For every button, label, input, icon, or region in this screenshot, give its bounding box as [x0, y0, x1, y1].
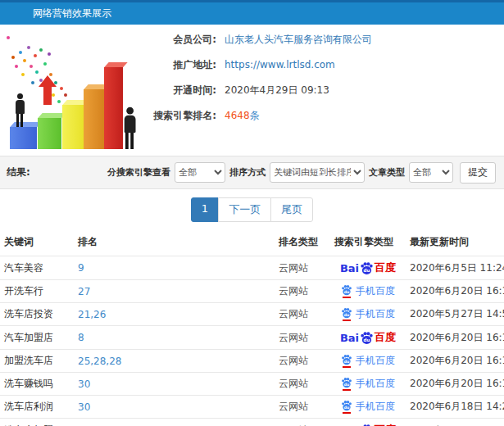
member-company-row: 会员公司: 山东老人头汽车服务咨询有限公司	[141, 33, 504, 47]
page: 网络营销效果展示 会员公司: 山东老人头汽车服务	[0, 0, 504, 426]
keyword-cell: 洗车赚钱吗	[0, 373, 74, 396]
engine-cell: Bai du 百度	[330, 396, 406, 419]
rank-count: 4648	[225, 110, 250, 121]
baidu-paw-icon: du	[360, 261, 374, 275]
article-type-select[interactable]: 全部	[409, 162, 453, 183]
company-info-list: 会员公司: 山东老人头汽车服务咨询有限公司 推广地址: https://www.…	[141, 25, 504, 156]
keyword-cell: 洗车店加盟	[0, 419, 74, 426]
baidu-logo[interactable]: Bai du 百度	[340, 423, 396, 426]
rank-cell[interactable]: 30	[74, 373, 275, 396]
update-time-cell: 2020年5月27日 14:58	[406, 303, 504, 326]
update-time-cell: 2020年6月18日 14:30	[406, 419, 504, 426]
businessman-right	[121, 107, 138, 149]
member-company-link[interactable]: 山东老人头汽车服务咨询有限公司	[225, 33, 372, 47]
header-rank-type: 排名类型	[275, 229, 330, 256]
table-row: 汽车加盟店 8 云网站 Bai du 百度	[0, 326, 504, 350]
submit-button[interactable]: 提交	[460, 162, 496, 184]
engine-rank-value: 4648条	[225, 109, 260, 123]
rank-unit: 条	[250, 110, 260, 121]
baidu-paw-icon: du	[360, 424, 374, 426]
rank-cell[interactable]: 27	[74, 280, 275, 303]
rank-type-cell: 云网站	[275, 326, 330, 350]
header-engine-type: 搜索引擎类型	[330, 229, 406, 256]
page-title: 网络营销效果展示	[33, 7, 111, 19]
bar-blue	[10, 127, 37, 149]
table-row: 加盟洗车店 25,28,28 云网站 Bai du 百度	[0, 350, 504, 373]
rank-cell[interactable]: 3	[74, 419, 275, 426]
update-time-cell: 2020年6月18日 14:27	[406, 396, 504, 419]
rank-type-cell: 云网站	[275, 280, 330, 303]
next-page-button[interactable]: 下一页	[218, 197, 271, 222]
mobile-baidu-paw-icon: du	[341, 400, 352, 414]
engine-cell: Bai du 百度	[330, 303, 406, 326]
rank-type-cell: 云网站	[275, 396, 330, 419]
member-company-label: 会员公司:	[141, 33, 216, 47]
keyword-rank-table: 关键词 排名 排名类型 搜索引擎类型 最新更新时间 汽车美容 9 云网站 Bai	[0, 229, 504, 426]
promo-url-link[interactable]: https://www.lrtlsd.com	[225, 59, 335, 70]
engine-cell: Bai du 百度	[330, 256, 406, 280]
promo-url-row: 推广地址: https://www.lrtlsd.com	[141, 58, 504, 72]
keyword-cell: 洗车店投资	[0, 303, 74, 326]
rank-cell[interactable]: 25,28,28	[74, 350, 275, 373]
bar-red	[104, 67, 123, 149]
baidu-mobile-logo[interactable]: du 手机百度	[341, 284, 395, 298]
engine-filter-label: 分搜索引擎查看	[107, 166, 170, 179]
baidu-mobile-logo[interactable]: du 手机百度	[341, 354, 395, 368]
mobile-baidu-paw-icon: du	[341, 354, 352, 368]
svg-text:du: du	[344, 360, 350, 364]
baidu-mobile-logo[interactable]: du 手机百度	[341, 377, 395, 391]
table-row: 洗车赚钱吗 30 云网站 Bai du 百度	[0, 373, 504, 396]
update-time-cell: 2020年6月20日 16:12	[406, 326, 504, 350]
sort-filter-select[interactable]: 关键词由短到长排序	[270, 162, 365, 183]
baidu-mobile-logo[interactable]: du 手机百度	[341, 307, 395, 321]
engine-filter-select[interactable]: 全部	[175, 162, 225, 183]
rank-type-cell: 云网站	[275, 350, 330, 373]
engine-cell: Bai du 百度	[330, 373, 406, 396]
last-page-button[interactable]: 尾页	[270, 197, 313, 222]
rank-type-cell: 云网站	[275, 256, 330, 280]
svg-text:du: du	[344, 383, 350, 387]
pagination: 1 下一页 尾页	[0, 189, 504, 229]
engine-rank-label: 搜索引擎排名:	[141, 109, 216, 123]
open-time-value: 2020年4月29日 09:13	[225, 84, 329, 97]
svg-text:du: du	[364, 267, 370, 272]
info-section: 会员公司: 山东老人头汽车服务咨询有限公司 推广地址: https://www.…	[0, 25, 504, 156]
up-arrow-icon	[39, 75, 57, 105]
businessman-left	[13, 93, 26, 127]
bar-orange	[84, 89, 104, 149]
table-row: 汽车美容 9 云网站 Bai du 百度	[0, 256, 504, 280]
baidu-logo[interactable]: Bai du 百度	[340, 261, 396, 275]
engine-cell: Bai du 百度	[330, 326, 406, 350]
table-row: 洗车店利润 30 云网站 Bai du 百度	[0, 396, 504, 419]
mobile-baidu-paw-icon: du	[341, 284, 352, 298]
keyword-cell: 加盟洗车店	[0, 350, 74, 373]
table-row: 开洗车行 27 云网站 Bai du 百度	[0, 280, 504, 303]
table-header-row: 关键词 排名 排名类型 搜索引擎类型 最新更新时间	[0, 229, 504, 256]
baidu-mobile-logo[interactable]: du 手机百度	[341, 400, 395, 414]
rank-cell[interactable]: 9	[74, 256, 275, 280]
keyword-cell: 开洗车行	[0, 280, 74, 303]
svg-text:du: du	[344, 290, 350, 294]
sort-filter-label: 排序方式	[229, 166, 266, 179]
update-time-cell: 2020年6月5日 11:24	[406, 256, 504, 280]
baidu-logo[interactable]: Bai du 百度	[340, 330, 396, 345]
rank-cell[interactable]: 8	[74, 326, 275, 350]
open-time-label: 开通时间:	[141, 84, 216, 97]
bar-chart-illustration	[0, 25, 141, 156]
article-type-label: 文章类型	[369, 166, 405, 179]
table-row: 洗车店加盟 3 云网站 Bai du 百度	[0, 419, 504, 426]
header-rank: 排名	[74, 229, 275, 256]
update-time-cell: 2020年6月20日 16:11	[406, 350, 504, 373]
mobile-baidu-paw-icon: du	[341, 377, 352, 391]
update-time-cell: 2020年6月20日 16:12	[406, 373, 504, 396]
svg-text:du: du	[364, 337, 370, 342]
filter-bar: 结果: 分搜索引擎查看 全部 排序方式 关键词由短到长排序 文章类型 全部 提交	[0, 156, 504, 189]
update-time-cell: 2020年6月20日 16:16	[406, 280, 504, 303]
rank-type-cell: 云网站	[275, 303, 330, 326]
keyword-cell: 汽车加盟店	[0, 326, 74, 350]
result-label: 结果:	[7, 165, 30, 179]
page-1-button[interactable]: 1	[191, 197, 219, 222]
engine-cell: Bai du 百度	[330, 280, 406, 303]
rank-cell[interactable]: 30	[74, 396, 275, 419]
rank-cell[interactable]: 21,26	[74, 303, 275, 326]
